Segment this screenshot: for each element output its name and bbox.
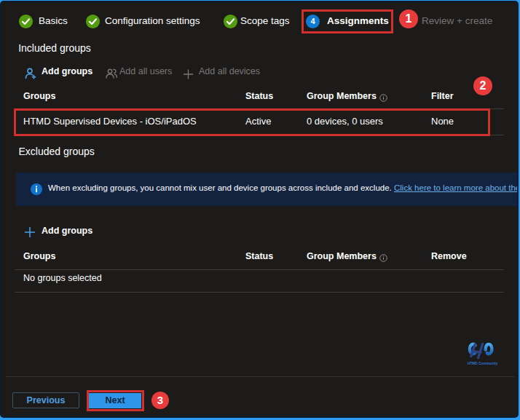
svg-text:HTMD Community: HTMD Community: [468, 362, 498, 365]
